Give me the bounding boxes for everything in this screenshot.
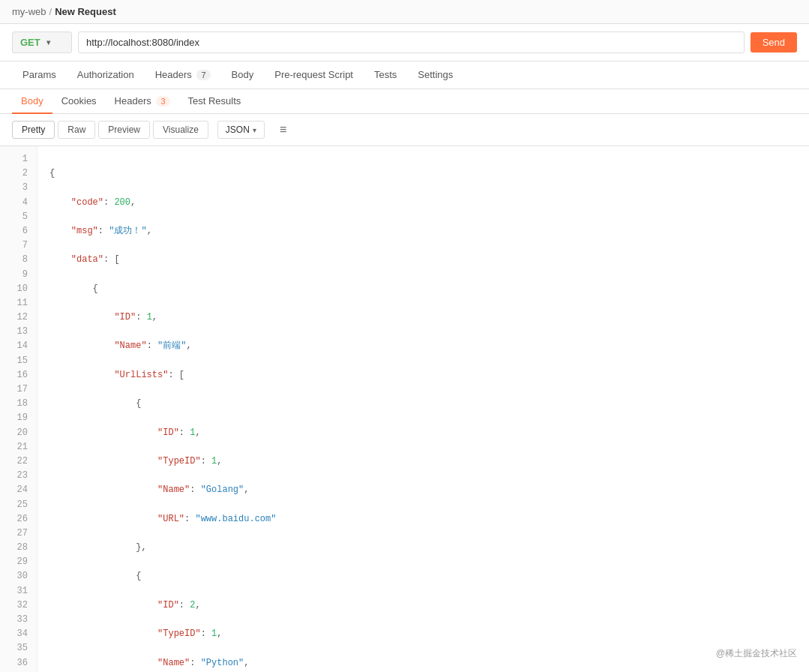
format-chevron-icon: ▾ xyxy=(253,126,256,134)
breadcrumb-separator: / xyxy=(49,6,52,17)
method-label: GET xyxy=(20,37,40,48)
wrap-button[interactable]: ≡ xyxy=(274,120,292,140)
tab-authorization[interactable]: Authorization xyxy=(67,62,145,89)
watermark: @稀土掘金技术社区 xyxy=(716,647,797,660)
response-tab-headers[interactable]: Headers 3 xyxy=(106,89,179,114)
breadcrumb-current: New Request xyxy=(55,6,116,17)
view-pretty-button[interactable]: Pretty xyxy=(12,121,55,139)
tab-params[interactable]: Params xyxy=(12,62,67,89)
tab-tests[interactable]: Tests xyxy=(364,62,407,89)
url-bar: GET ▾ Send xyxy=(0,24,809,62)
method-selector[interactable]: GET ▾ xyxy=(12,32,72,53)
view-raw-button[interactable]: Raw xyxy=(58,121,95,139)
response-tab-cookies[interactable]: Cookies xyxy=(52,89,106,114)
code-area-container: 12345 678910 1112131415 1617181920 21222… xyxy=(0,146,809,672)
response-headers-badge: 3 xyxy=(156,96,169,106)
response-tab-test-results[interactable]: Test Results xyxy=(179,89,250,114)
breadcrumb-project[interactable]: my-web xyxy=(12,6,46,17)
headers-badge: 7 xyxy=(196,70,210,80)
line-numbers: 12345 678910 1112131415 1617181920 21222… xyxy=(0,146,37,672)
tab-body[interactable]: Body xyxy=(221,62,265,89)
view-visualize-button[interactable]: Visualize xyxy=(153,121,208,139)
format-label: JSON xyxy=(226,124,250,135)
breadcrumb: my-web / New Request xyxy=(0,0,809,24)
tab-pre-request[interactable]: Pre-request Script xyxy=(264,62,364,89)
send-button[interactable]: Send xyxy=(751,32,797,52)
code-area[interactable]: 12345 678910 1112131415 1617181920 21222… xyxy=(0,146,809,672)
tab-settings[interactable]: Settings xyxy=(407,62,463,89)
view-controls: Pretty Raw Preview Visualize JSON ▾ ≡ xyxy=(0,114,809,146)
format-selector[interactable]: JSON ▾ xyxy=(217,121,265,139)
view-preview-button[interactable]: Preview xyxy=(98,121,150,139)
request-tabs: Params Authorization Headers 7 Body Pre-… xyxy=(0,62,809,89)
response-tab-body[interactable]: Body xyxy=(12,89,52,114)
tab-headers[interactable]: Headers 7 xyxy=(145,62,221,89)
json-content: { "code": 200, "msg": "成功！", "data": [ {… xyxy=(37,146,809,672)
response-tabs: Body Cookies Headers 3 Test Results xyxy=(0,89,809,114)
url-input[interactable] xyxy=(78,32,745,53)
chevron-down-icon: ▾ xyxy=(46,38,50,46)
